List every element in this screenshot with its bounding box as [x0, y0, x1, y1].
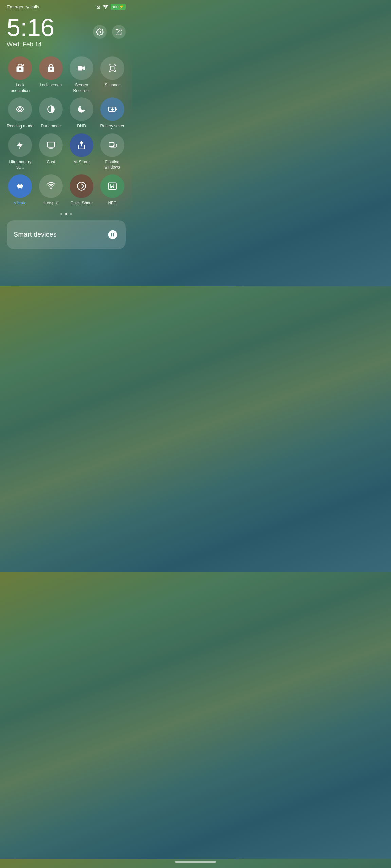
tile-label-quick-share: Quick Share — [70, 201, 93, 206]
tile-label-scanner: Scanner — [105, 83, 120, 88]
tile-dnd[interactable]: DND — [68, 97, 95, 129]
tile-label-lock-orientation: Lock orientation — [7, 83, 34, 93]
tile-label-ultra-battery: Ultra battery sa... — [7, 160, 34, 170]
tile-icon-battery-saver — [100, 97, 124, 121]
date-display: Wed, Feb 14 — [7, 41, 54, 48]
smart-devices-card[interactable]: Smart devices — [7, 220, 126, 249]
battery-level: 100 — [112, 5, 118, 9]
status-bar: Emergency calls ⊠ 100 ⚡ — [5, 0, 127, 13]
tile-nfc[interactable]: NFC — [99, 174, 126, 206]
tile-ultra-battery[interactable]: Ultra battery sa... — [7, 133, 34, 170]
tile-icon-mi-share — [70, 133, 93, 157]
time-section: 5:16 Wed, Feb 14 — [5, 13, 127, 55]
tile-icon-ultra-battery — [8, 133, 32, 157]
tile-icon-screen-recorder — [70, 56, 93, 80]
tile-icon-lock-screen — [39, 56, 63, 80]
smart-devices-label: Smart devices — [14, 231, 57, 238]
tile-icon-hotspot — [39, 174, 63, 198]
time-display: 5:16 — [7, 15, 54, 40]
tile-icon-nfc — [100, 174, 124, 198]
tile-lock-screen[interactable]: Lock screen — [38, 56, 64, 93]
tile-icon-cast — [39, 133, 63, 157]
page-dot-1[interactable] — [60, 213, 62, 215]
tile-floating-windows[interactable]: Floating windows — [99, 133, 126, 170]
tile-icon-reading-mode — [8, 97, 32, 121]
edit-button[interactable] — [112, 25, 126, 39]
tile-label-screen-recorder: Screen Recorder — [68, 83, 95, 93]
tile-quick-share[interactable]: Quick Share — [68, 174, 95, 206]
tile-cast[interactable]: Cast — [38, 133, 64, 170]
page-dot-3[interactable] — [70, 213, 72, 215]
page-dot-2[interactable] — [65, 213, 67, 215]
tile-label-hotspot: Hotspot — [44, 201, 58, 206]
svg-point-3 — [19, 108, 22, 111]
tile-lock-orientation[interactable]: Lock orientation — [7, 56, 34, 93]
tile-label-battery-saver: Battery saver — [100, 124, 124, 129]
tile-icon-dark-mode — [39, 97, 63, 121]
tile-icon-lock-orientation — [8, 56, 32, 80]
tile-vibrate[interactable]: Vibrate — [7, 174, 34, 206]
tile-scanner[interactable]: Scanner — [99, 56, 126, 93]
svg-rect-2 — [110, 66, 114, 70]
tile-battery-saver[interactable]: Battery saver — [99, 97, 126, 129]
tile-label-vibrate: Vibrate — [14, 201, 26, 206]
svg-point-8 — [50, 187, 52, 189]
svg-rect-6 — [109, 142, 114, 146]
smart-devices-icon — [107, 229, 119, 241]
tile-label-lock-screen: Lock screen — [40, 83, 62, 88]
tile-screen-recorder[interactable]: Screen Recorder — [68, 56, 95, 93]
charging-icon: ⚡ — [119, 5, 124, 9]
tile-icon-floating-windows — [100, 133, 124, 157]
svg-rect-7 — [19, 185, 21, 188]
tile-label-cast: Cast — [46, 160, 55, 165]
tile-icon-vibrate — [8, 174, 32, 198]
tile-label-dnd: DND — [77, 124, 86, 129]
emergency-calls-label: Emergency calls — [7, 4, 39, 9]
status-icons: ⊠ 100 ⚡ — [96, 4, 126, 10]
tile-dark-mode[interactable]: Dark mode — [38, 97, 64, 129]
tile-hotspot[interactable]: Hotspot — [38, 174, 64, 206]
svg-rect-5 — [47, 142, 55, 147]
tile-mi-share[interactable]: Mi Share — [68, 133, 95, 170]
tile-label-mi-share: Mi Share — [73, 160, 90, 165]
svg-rect-1 — [78, 66, 82, 71]
quick-tiles-grid: Lock orientation Lock screen Screen Reco… — [5, 55, 127, 209]
tile-reading-mode[interactable]: Reading mode — [7, 97, 34, 129]
tile-icon-dnd — [70, 97, 93, 121]
battery-indicator: 100 ⚡ — [111, 4, 126, 10]
page-indicators — [5, 209, 127, 220]
tile-icon-scanner — [100, 56, 124, 80]
tile-label-dark-mode: Dark mode — [41, 124, 61, 129]
tile-icon-quick-share — [70, 174, 93, 198]
tile-label-reading-mode: Reading mode — [7, 124, 33, 129]
tile-label-nfc: NFC — [108, 201, 116, 206]
wifi-icon — [103, 4, 109, 10]
settings-button[interactable] — [93, 25, 107, 39]
screenshot-icon: ⊠ — [96, 4, 100, 10]
tile-label-floating-windows: Floating windows — [99, 160, 126, 170]
svg-point-0 — [105, 8, 106, 9]
